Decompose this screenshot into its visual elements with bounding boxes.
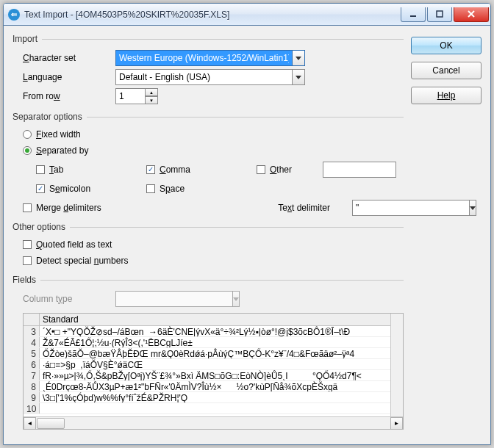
svg-marker-5 [296,76,301,79]
check-space[interactable]: Space [146,181,257,197]
cell-content: \3□['1%çÓþd)w%%fy°fíˆžÉ&PŽRH¦'Q [40,392,390,402]
row-number: 4 [24,337,40,347]
group-import-title: Import [12,34,42,44]
language-label: Language [23,72,115,82]
cancel-button[interactable]: Cancel [411,62,482,79]
close-button[interactable] [454,7,489,22]
group-separator-title: Separator options [12,112,87,122]
group-fields: Fields Column type [12,275,404,430]
table-row[interactable]: 4Ž&7«ÉÃ£1Ő¦;½u·(RýÎ3<(,'¹ËBCgLJíe± [24,337,390,348]
cell-content: fR·»»µ>|¾,Ő,Š&pBŽy[Oªj)YŠ¨£¾°»Bxì ÄMS□õG… [40,370,390,380]
minimize-button[interactable] [401,7,426,22]
radio-separated-by[interactable]: Separated by [23,142,404,159]
svg-marker-4 [296,57,301,60]
text-delimiter-dropdown[interactable] [352,200,404,216]
column-type-label: Column type [23,294,115,304]
dropdown-arrow-icon[interactable] [292,69,305,85]
scroll-left-icon[interactable]: ◄ [24,417,36,430]
charset-label: Character set [23,53,115,63]
vertical-scrollbar[interactable] [390,314,403,416]
window-title: Text Import - [4OM4503P5%20SKIRT%20035F.… [24,10,399,20]
group-other-options: Other options Quoted field as text Detec… [12,222,404,269]
table-row[interactable]: 10 [24,403,390,414]
check-merge-delimiters[interactable]: Merge delimiters [23,200,101,216]
group-import: Import Character set Language [12,34,404,106]
check-comma[interactable]: ✓Comma [146,162,257,178]
cell-content: Ž&7«ÉÃ£1Ő¦;½u·(RýÎ3<(,'¹ËBCgLJíe± [40,337,390,347]
dropdown-arrow-icon [232,291,240,307]
row-number: 10 [24,403,40,413]
titlebar[interactable]: ⇐ Text Import - [4OM4503P5%20SKIRT%20035… [4,4,490,26]
table-row[interactable]: 7fR·»»µ>|¾,Ő,Š&pBŽy[Oªj)YŠ¨£¾°»Bxì ÄMS□õ… [24,370,390,381]
text-delimiter-label: Text delimiter [278,203,330,213]
spin-up-icon[interactable]: ▲ [145,88,158,96]
table-row[interactable]: 9\3□['1%çÓþd)w%%fy°fíˆžÉ&PŽRH¦'Q [24,392,390,403]
dialog-window: ⇐ Text Import - [4OM4503P5%20SKIRT%20035… [3,3,491,445]
cell-content [40,403,390,413]
row-number: 6 [24,359,40,369]
column-type-dropdown [115,291,204,307]
row-number: 5 [24,348,40,358]
svg-rect-1 [437,11,443,17]
charset-value [115,50,292,66]
cell-content: ¸É0Drçœ8-ÄŮX3µP+æ1²"bFÑr«'0ÄmÌV?Îù½× ½o?… [40,381,390,391]
cell-content: ŐŽòe)šãŎ–@bæŸÂþĔĐŒ mr&Q0èRdǿá·pÂùýÇ™BÇŐ-… [40,348,390,358]
maximize-button[interactable] [427,7,452,22]
scroll-thumb[interactable] [37,418,65,429]
svg-marker-7 [233,297,239,301]
dropdown-arrow-icon[interactable] [292,50,305,66]
other-input[interactable] [323,162,396,178]
row-number: 8 [24,381,40,391]
row-number: 9 [24,392,40,402]
fromrow-value [115,88,145,104]
scroll-right-icon[interactable]: ► [390,417,403,430]
preview-table[interactable]: Standard 3´X•□ +"YQŎŽ⊘sd–/áBœn →6äÈ'CNE|… [23,313,404,430]
charset-dropdown[interactable] [115,50,305,66]
table-row[interactable]: 3´X•□ +"YQŎŽ⊘sd–/áBœn →6äÈ'CNE|ývX«ä°÷¾²… [24,326,390,337]
table-row[interactable]: 6·á□=>§p_,ïáŎV§È°ǿäCŒ [24,359,390,370]
table-row[interactable]: 5ŐŽòe)šãŎ–@bæŸÂþĔĐŒ mr&Q0èRdǿá·pÂùýÇ™BÇŐ… [24,348,390,359]
language-dropdown[interactable] [115,69,305,85]
ok-button[interactable]: OK [411,37,482,54]
check-quoted-field[interactable]: Quoted field as text [23,236,404,253]
row-number: 7 [24,370,40,380]
spin-down-icon[interactable]: ▼ [145,96,158,104]
radio-fixed-width[interactable]: Fixed width [23,126,404,142]
language-value [115,69,292,85]
check-semicolon[interactable]: ✓Semicolon [36,181,146,197]
column-header[interactable]: Standard [40,314,390,325]
cell-content: ·á□=>§p_,ïáŎV§È°ǿäCŒ [40,359,390,369]
check-detect-numbers[interactable]: Detect special numbers [23,253,404,269]
help-button[interactable]: Help [411,87,482,104]
fromrow-spinner[interactable]: ▲ ▼ [115,88,158,104]
check-tab[interactable]: Tab [36,162,146,178]
fromrow-label: From row [23,91,115,101]
group-separator: Separator options Fixed width Separated … [12,112,404,216]
cell-content: ´X•□ +"YQŎŽ⊘sd–/áBœn →6äÈ'CNE|ývX«ä°÷¾²L… [40,326,390,336]
row-number: 3 [24,326,40,336]
group-fields-title: Fields [12,275,40,285]
check-other[interactable]: Other [257,162,323,178]
row-gutter [24,314,40,325]
app-icon: ⇐ [8,9,20,21]
group-other-title: Other options [12,222,70,232]
horizontal-scrollbar[interactable]: ◄ ► [24,416,403,429]
table-row[interactable]: 8¸É0Drçœ8-ÄŮX3µP+æ1²"bFÑr«'0ÄmÌV?Îù½× ½o… [24,381,390,392]
